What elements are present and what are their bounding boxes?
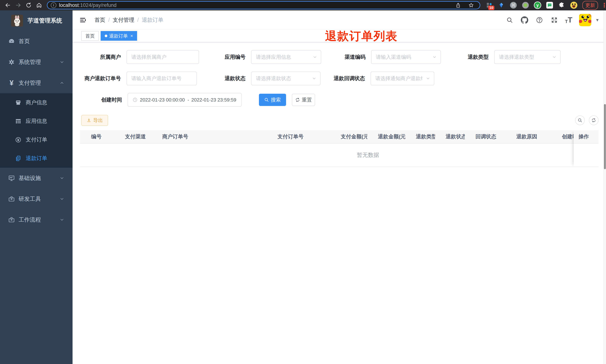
- search-button[interactable]: 搜索: [259, 94, 286, 106]
- column-header-payment-amount: 支付金额(元): [330, 133, 367, 140]
- chevron-down-icon: [60, 196, 64, 201]
- column-header-callback-status: 回调状态: [465, 133, 506, 140]
- download-icon: [87, 118, 91, 123]
- app-select[interactable]: 请选择应用信息: [251, 50, 321, 64]
- search-icon: [264, 97, 269, 102]
- search-icon[interactable]: [506, 16, 514, 24]
- sidebar-item-merchant-info[interactable]: 商户信息: [0, 93, 73, 112]
- merchant-input[interactable]: 请选择所属商户: [127, 50, 199, 64]
- chevron-down-icon: [552, 55, 556, 59]
- briefcase-icon: [7, 216, 16, 223]
- refund-status-select[interactable]: 请选择退款状态: [251, 72, 320, 85]
- field-callback-status: 退款回调状态 请选择通知商户退款结果的: [330, 72, 434, 85]
- browser-menu-icon[interactable]: ⋮: [601, 2, 606, 8]
- browser-reload-button[interactable]: [24, 0, 34, 10]
- refresh-table-button[interactable]: [589, 116, 599, 125]
- tab-home[interactable]: 首页: [81, 31, 99, 41]
- sidebar-item-label: 基础设施: [19, 174, 41, 182]
- url-text: localhost:1024/pay/refund: [59, 2, 117, 8]
- site-info-icon[interactable]: i: [51, 2, 56, 8]
- browser-back-button[interactable]: [3, 0, 13, 10]
- help-icon[interactable]: [535, 16, 543, 24]
- field-label: 商户退款订单号: [76, 75, 121, 82]
- sidebar-item-app-info[interactable]: 应用信息: [0, 112, 73, 130]
- breadcrumb-home[interactable]: 首页: [94, 16, 105, 24]
- extension-y-icon[interactable]: y: [534, 1, 541, 9]
- browser-forward-button[interactable]: [13, 0, 24, 10]
- column-header-channel: 支付渠道: [114, 133, 152, 140]
- extension-emoji-icon[interactable]: [570, 1, 578, 9]
- sidebar-item-dev-tools[interactable]: 研发工具: [0, 189, 73, 209]
- field-created-time: 创建时间 2022-01-23 00:00:00 - 2022-01-23 23…: [77, 93, 242, 107]
- sidebar-item-label: 首页: [19, 38, 30, 45]
- merchant-refund-no-input[interactable]: 请输入商户退款订单号: [127, 72, 197, 85]
- sidebar-item-label: 支付管理: [19, 79, 41, 87]
- chevron-down-icon: [312, 76, 316, 81]
- sidebar-item-label: 支付订单: [26, 136, 47, 143]
- tab-close-icon[interactable]: ×: [130, 33, 133, 39]
- extension-puzzle-icon[interactable]: [558, 1, 566, 9]
- font-size-icon[interactable]: TT: [565, 16, 572, 24]
- sidebar-item-payment-order[interactable]: 支付订单: [0, 130, 73, 149]
- grid-icon: [14, 118, 22, 124]
- url-host: localhost: [59, 2, 79, 8]
- browser-update-button[interactable]: 更新: [582, 1, 598, 10]
- url-path: :1024/pay/refund: [79, 2, 117, 8]
- date-range-input[interactable]: 2022-01-23 00:00:00 - 2022-01-23 23:59:5…: [128, 93, 242, 107]
- bookmark-star-icon[interactable]: [466, 0, 476, 10]
- column-header-refund-reason: 退款原因: [506, 133, 551, 140]
- gear-icon: [7, 59, 16, 65]
- chevron-down-icon: [432, 55, 437, 59]
- sidebar-item-infrastructure[interactable]: 基础设施: [0, 168, 73, 189]
- extension-cmd-icon[interactable]: ⌘: [510, 1, 517, 9]
- field-label: 退款状态: [216, 75, 246, 82]
- sidebar-item-home[interactable]: 首页: [0, 31, 73, 52]
- breadcrumb-payment[interactable]: 支付管理: [113, 16, 134, 24]
- extension-grid-icon[interactable]: 10: [486, 1, 493, 9]
- column-header-actions: 操作: [574, 130, 599, 143]
- avatar-caret-icon[interactable]: ▾: [596, 17, 599, 23]
- sidebar-item-system[interactable]: 系统管理: [0, 52, 73, 73]
- fullscreen-icon[interactable]: [550, 16, 558, 24]
- sidebar-item-label: 商户信息: [26, 99, 47, 106]
- reset-button[interactable]: 重置: [292, 94, 315, 106]
- scrollbar-thumb[interactable]: [604, 104, 606, 169]
- export-button[interactable]: 导出: [81, 115, 108, 126]
- header-actions: TT ▾: [506, 14, 599, 26]
- extension-kite-icon[interactable]: [498, 1, 505, 9]
- toggle-search-button[interactable]: [575, 116, 585, 125]
- field-label: 渠道编码: [332, 53, 366, 61]
- address-bar[interactable]: i localhost:1024/pay/refund: [47, 1, 480, 9]
- clock-icon: [132, 97, 138, 103]
- date-end-value: 2022-01-23 23:59:59: [191, 97, 237, 103]
- dashboard-icon: [7, 38, 16, 45]
- field-merchant: 所属商户 请选择所属商户: [78, 50, 199, 64]
- page-scrollbar[interactable]: [603, 10, 606, 364]
- field-merchant-refund-no: 商户退款订单号 请输入商户退款订单号: [76, 72, 197, 85]
- input-placeholder: 请输入商户退款订单号: [131, 75, 182, 82]
- font-large-glyph: T: [568, 16, 572, 24]
- tab-refund-order[interactable]: 退款订单 ×: [101, 31, 137, 41]
- field-label: 所属商户: [78, 53, 121, 61]
- sidebar-item-workflow[interactable]: 工作流程: [0, 209, 73, 230]
- tab-active-dot: [105, 35, 107, 37]
- sidebar-item-payment[interactable]: ¥ 支付管理: [0, 73, 73, 93]
- github-icon[interactable]: [520, 16, 529, 24]
- browser-home-button[interactable]: [34, 0, 44, 10]
- extension-dot-icon[interactable]: [522, 1, 529, 9]
- chevron-up-icon: [60, 80, 64, 85]
- select-placeholder: 请输入渠道编码: [376, 54, 411, 60]
- user-avatar[interactable]: [579, 14, 591, 26]
- select-placeholder: 请选择退款状态: [256, 75, 291, 82]
- sidebar-collapse-icon[interactable]: [79, 16, 87, 25]
- payment-submenu: 商户信息 应用信息 支付订单 退款订单: [0, 93, 73, 168]
- date-start-value: 2022-01-23 00:00:00: [140, 97, 185, 103]
- share-icon[interactable]: [453, 0, 463, 10]
- sidebar-item-refund-order[interactable]: 退款订单: [0, 149, 73, 168]
- channel-select[interactable]: 请输入渠道编码: [371, 50, 441, 64]
- callback-status-select[interactable]: 请选择通知商户退款结果的: [370, 72, 434, 85]
- refund-type-select[interactable]: 请选择退款类型: [494, 50, 561, 64]
- sidebar-item-label: 研发工具: [19, 195, 41, 203]
- extension-chat-icon[interactable]: [546, 1, 553, 9]
- date-separator: -: [187, 97, 189, 103]
